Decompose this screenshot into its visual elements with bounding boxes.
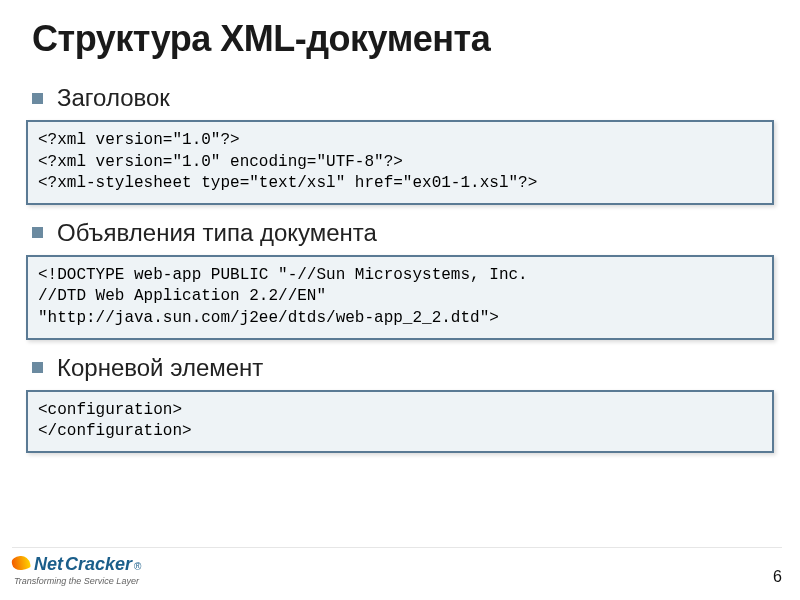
bullet-row: Заголовок bbox=[32, 84, 768, 112]
page-number: 6 bbox=[773, 568, 782, 586]
bullet-row: Объявления типа документа bbox=[32, 219, 768, 247]
logo-text-part1: Net bbox=[34, 554, 63, 575]
section-root: Корневой элемент <configuration> </confi… bbox=[32, 354, 768, 453]
slide-footer: Net Cracker ® Transforming the Service L… bbox=[12, 547, 782, 586]
section-label-1: Заголовок bbox=[57, 84, 170, 112]
bullet-row: Корневой элемент bbox=[32, 354, 768, 382]
slide-content: Структура XML-документа Заголовок <?xml … bbox=[0, 0, 800, 453]
code-box-3: <configuration> </configuration> bbox=[26, 390, 774, 453]
logo-main: Net Cracker ® bbox=[12, 554, 141, 575]
logo: Net Cracker ® Transforming the Service L… bbox=[12, 554, 141, 586]
logo-text-part2: Cracker bbox=[65, 554, 132, 575]
swoosh-icon bbox=[11, 555, 31, 571]
registered-mark: ® bbox=[134, 561, 141, 572]
code-box-1: <?xml version="1.0"?> <?xml version="1.0… bbox=[26, 120, 774, 205]
section-label-2: Объявления типа документа bbox=[57, 219, 377, 247]
bullet-icon bbox=[32, 362, 43, 373]
logo-tagline: Transforming the Service Layer bbox=[14, 576, 139, 586]
bullet-icon bbox=[32, 93, 43, 104]
slide-title: Структура XML-документа bbox=[32, 18, 768, 60]
bullet-icon bbox=[32, 227, 43, 238]
section-doctype: Объявления типа документа <!DOCTYPE web-… bbox=[32, 219, 768, 340]
code-box-2: <!DOCTYPE web-app PUBLIC "-//Sun Microsy… bbox=[26, 255, 774, 340]
section-header: Заголовок <?xml version="1.0"?> <?xml ve… bbox=[32, 84, 768, 205]
section-label-3: Корневой элемент bbox=[57, 354, 263, 382]
